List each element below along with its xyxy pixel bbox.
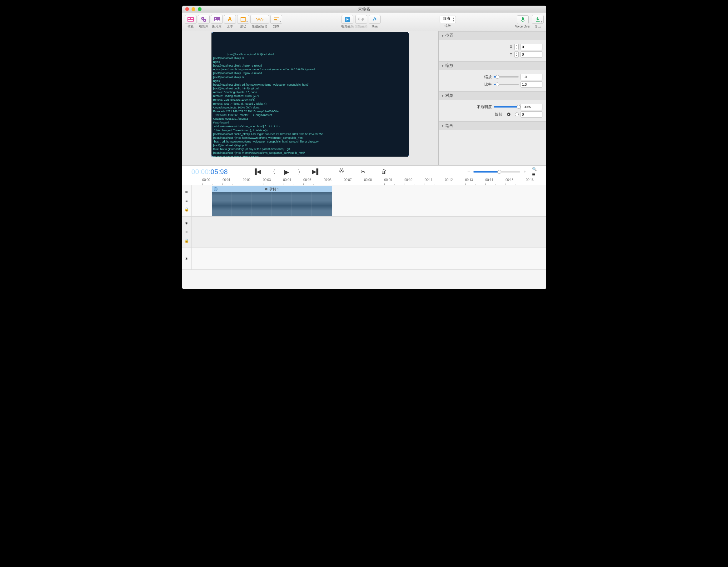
scale-slider[interactable] [494, 76, 519, 77]
visibility-icon[interactable]: 👁 [185, 221, 188, 226]
svg-point-6 [202, 18, 203, 19]
ruler-tick: 00:11 [425, 178, 445, 185]
scale-input[interactable] [521, 74, 542, 80]
y-input[interactable] [521, 51, 542, 57]
speech-label: 生成的语音 [252, 24, 267, 29]
inspector-panel: ▼位置 X▴▾ Y▴▾ ▼缩放 缩放 比率 ▼对象 不透明度 旋转 ▼笔画 [438, 31, 546, 165]
rotation-label: 旋转 [495, 112, 502, 117]
opacity-slider[interactable] [494, 106, 519, 107]
text-button[interactable]: A [224, 15, 236, 24]
ruler-tick: 00:01 [222, 178, 243, 185]
svg-rect-23 [522, 17, 524, 20]
zoom-label: 缩放 [445, 24, 451, 28]
marker-button[interactable] [339, 168, 345, 175]
speech-button[interactable] [250, 15, 269, 24]
window-title: 未命名 [182, 6, 546, 12]
align-label: 对齐 [273, 24, 279, 29]
y-stepper[interactable]: ▴▾ [514, 51, 519, 57]
x-input[interactable] [521, 44, 542, 50]
rotation-ccw[interactable] [515, 112, 519, 116]
svg-point-22 [374, 20, 374, 20]
canvas[interactable]: [root@localhost nginx-1.8.1]# cd sbin/ [… [182, 31, 438, 165]
terminal-content: [root@localhost nginx-1.8.1]# cd sbin/ [… [213, 53, 323, 157]
resize-handle-tl[interactable] [211, 32, 213, 33]
rotation-cw[interactable] [507, 112, 511, 116]
play-button[interactable]: ▶ [284, 168, 289, 176]
svg-point-9 [215, 18, 216, 19]
imagelib-button[interactable] [211, 15, 223, 24]
lock-icon[interactable]: 🔒 [184, 238, 189, 243]
main-area: [root@localhost nginx-1.8.1]# cd sbin/ [… [182, 31, 546, 165]
ratio-input[interactable] [521, 81, 542, 87]
opacity-label: 不透明度 [477, 104, 492, 110]
track-1: 👁 ≡ 🔒 🖥录制 1 [182, 185, 546, 216]
next-frame-button[interactable]: 〉 [298, 168, 303, 176]
video-clip-preview[interactable]: [root@localhost nginx-1.8.1]# cd sbin/ [… [211, 32, 409, 157]
videolib-label: 视频库 [199, 24, 208, 29]
zoom-out-icon[interactable]: − [467, 169, 470, 175]
anim-button[interactable] [369, 15, 381, 24]
resize-handle-tr[interactable] [408, 32, 409, 33]
svg-rect-20 [363, 18, 364, 20]
track-lines-icon[interactable]: ≡ [185, 230, 187, 234]
ruler-tick: 00:15 [506, 178, 526, 185]
template-button[interactable] [185, 15, 197, 24]
y-label: Y [510, 52, 512, 57]
track-lines-icon[interactable]: ≡ [185, 198, 187, 203]
svg-point-7 [204, 20, 205, 21]
playhead[interactable] [331, 185, 331, 289]
ruler-tick: 00:08 [364, 178, 384, 185]
x-stepper[interactable]: ▴▾ [514, 44, 519, 50]
shape-label: 形状 [240, 24, 246, 29]
list-icon[interactable]: ☰ [532, 172, 537, 177]
toolbar: 模板 视频库 图片库 A文本 ▾形状 生成的语音 ▾对齐 视频效果 音频效果 动… [182, 12, 546, 31]
resize-handle-br[interactable] [408, 155, 409, 157]
svg-rect-18 [361, 19, 362, 20]
opacity-input[interactable] [521, 104, 542, 110]
svg-rect-19 [362, 18, 363, 21]
clip-recording-1[interactable]: 🖥录制 1 [212, 186, 332, 216]
template-label: 模板 [187, 24, 194, 29]
section-stroke[interactable]: ▼笔画 [439, 121, 546, 130]
imagelib-label: 图片库 [212, 24, 222, 29]
visibility-icon[interactable]: 👁 [185, 256, 188, 261]
search-icon[interactable]: 🔍 [532, 167, 537, 171]
go-start-button[interactable]: ▐◀ [253, 168, 261, 176]
cut-button[interactable]: ✂ [361, 168, 366, 175]
export-button[interactable]: ▾ [532, 15, 544, 24]
timeline-zoom-slider[interactable] [473, 171, 520, 172]
ruler-tick: 00:14 [485, 178, 506, 185]
titlebar: 未命名 [182, 6, 546, 12]
anim-label: 动画 [371, 24, 378, 29]
ruler-tick: 00:00 [202, 178, 223, 185]
prev-frame-button[interactable]: 〈 [270, 168, 276, 176]
visibility-icon[interactable]: 👁 [185, 190, 188, 194]
vfx-button[interactable] [342, 15, 353, 24]
ruler-tick: 00:02 [243, 178, 263, 185]
zoom-select[interactable]: 自动▴▾ [440, 16, 456, 23]
ruler-tick: 00:06 [324, 178, 344, 185]
track-2: 👁 ≡ 🔒 [182, 216, 546, 248]
voiceover-label: Voice Over [515, 25, 531, 28]
zoom-in-icon[interactable]: + [523, 169, 526, 175]
section-scale[interactable]: ▼缩放 [439, 61, 546, 70]
timeline-ruler[interactable]: 00:0000:0100:0200:0300:0400:0500:0600:07… [182, 178, 546, 185]
shape-button[interactable]: ▾ [237, 15, 249, 24]
voiceover-button[interactable] [517, 15, 529, 24]
go-end-button[interactable]: ▶▌ [312, 168, 321, 176]
export-label: 导出 [535, 24, 541, 29]
align-button[interactable]: ▾ [270, 15, 282, 24]
rotation-input[interactable] [521, 111, 542, 117]
lock-icon[interactable]: 🔒 [184, 207, 189, 211]
ruler-tick: 00:03 [263, 178, 283, 185]
svg-rect-3 [188, 20, 193, 21]
section-object[interactable]: ▼对象 [439, 91, 546, 100]
ruler-tick: 00:05 [303, 178, 324, 185]
afx-button[interactable] [355, 15, 367, 24]
resize-handle-bl[interactable] [211, 155, 213, 157]
delete-button[interactable]: 🗑 [381, 168, 387, 175]
section-position[interactable]: ▼位置 [439, 31, 546, 40]
videolib-button[interactable] [198, 15, 210, 24]
ratio-slider[interactable] [494, 84, 519, 85]
ratio-label: 比率 [484, 82, 492, 87]
